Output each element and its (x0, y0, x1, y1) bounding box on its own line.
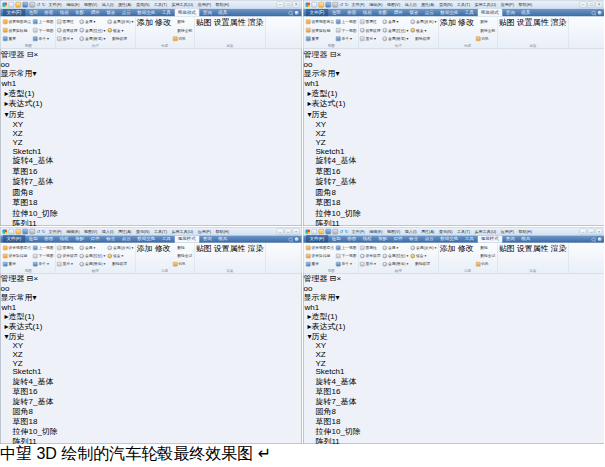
painted-metal-button[interactable]: 金属(喷漆) ▾ (383, 37, 409, 42)
tab-data-exchange[interactable]: 数据交换 (134, 9, 158, 17)
file-menu-button[interactable]: 文件(F) (3, 235, 26, 243)
history-filter-dropdown[interactable]: 显示常用▾ (304, 293, 605, 303)
menu-applications[interactable]: 应用(P) (196, 229, 212, 234)
face-attribute-button[interactable]: 面属性 (360, 20, 381, 25)
tree-item-part[interactable]: wh1 (304, 303, 605, 312)
gold-plated-button[interactable]: 镀金 ▾ (410, 254, 436, 258)
single-view-button[interactable]: 单个 ▾ (336, 262, 357, 266)
brushed-metal-button[interactable]: 金属(拉丝) ▾ (383, 254, 409, 258)
panel-pin-icon[interactable]: ⊟ (330, 275, 337, 283)
tree-item-folder[interactable]: ▸表达式(1) (304, 99, 605, 110)
tree-item-feature[interactable]: 圆角8 (1, 407, 302, 417)
tab-surface[interactable]: 曲面 (41, 236, 56, 243)
file-menu-button[interactable]: 文件(F) (306, 235, 329, 243)
menu-applications[interactable]: 应用(P) (499, 229, 515, 234)
tree-item-folder[interactable]: ▸造型(1) (1, 88, 302, 99)
menu-inquire[interactable]: 查询(N) (437, 2, 454, 8)
tree-item-sketch[interactable]: 草图18 (1, 417, 302, 427)
tab-assembly[interactable]: 装配 (375, 236, 390, 243)
painted-metal-button[interactable]: 金属(喷漆) ▾ (383, 262, 409, 266)
minimize-button[interactable]: – (277, 1, 284, 8)
tree-item-feature[interactable]: 圆角8 (304, 187, 605, 198)
redo-icon[interactable]: ↻ (345, 2, 349, 7)
display-button[interactable]: 显示 ▾ (57, 37, 78, 42)
render-settings-button[interactable]: 设置属性 (517, 18, 549, 44)
tab-tools[interactable]: 工具 (159, 9, 174, 17)
toggle-light-button[interactable]: 切换 (173, 37, 193, 42)
reflective-metal-button[interactable]: 金属(反光) ▾ (410, 246, 436, 250)
decal-button[interactable]: 贴图 (499, 18, 515, 44)
face-attribute-button[interactable]: 面属性 (360, 246, 381, 250)
tree-item-folder[interactable]: ▸表达式(1) (1, 322, 302, 332)
delete-texture-button[interactable]: 删除纹理 (107, 262, 133, 266)
reset-view-button[interactable]: 重置 (306, 262, 334, 266)
add-light-button[interactable]: 添加 (440, 244, 456, 268)
tab-data-exchange[interactable]: 数据交换 (437, 236, 461, 243)
display-button[interactable]: 显示 ▾ (57, 262, 78, 266)
delete-all-lights-button[interactable]: 删除全部 (476, 254, 496, 258)
redo-icon[interactable]: ↻ (42, 2, 46, 7)
tree-item-history-folder[interactable]: ▾历史 (304, 109, 605, 120)
tree-item-sketch[interactable]: 草图16 (1, 166, 302, 177)
open-file-icon[interactable] (319, 2, 325, 8)
tab-pointcloud[interactable]: 点云 (422, 236, 437, 243)
tree-item-part[interactable]: wh1 (1, 79, 302, 88)
tree-item-sketch[interactable]: Sketch1 (1, 368, 302, 377)
menu-inquire[interactable]: 查询(N) (134, 2, 151, 8)
tree-item-plane[interactable]: XY (1, 342, 302, 351)
tab-data-exchange[interactable]: 数据交换 (134, 236, 158, 243)
tree-item-folder[interactable]: ▸表达式(1) (304, 322, 605, 332)
tab-mold[interactable]: 模具 (215, 236, 230, 243)
tab-inquire[interactable]: 查询 (503, 9, 518, 17)
search-icon[interactable] (592, 11, 596, 15)
previous-view-button[interactable]: 上一视图 (336, 20, 357, 25)
print-icon[interactable] (333, 229, 339, 234)
single-view-button[interactable]: 单个 ▾ (33, 37, 54, 42)
undo-icon[interactable]: ↺ (37, 229, 41, 233)
menu-utilities[interactable]: 实用工具(U) (170, 229, 195, 234)
set-texture-button[interactable]: 设置纹理 (57, 28, 78, 33)
save-icon[interactable] (23, 229, 29, 234)
tab-shape[interactable]: 造型 (329, 236, 344, 243)
menu-inquire[interactable]: 查询(N) (437, 229, 454, 234)
menu-file[interactable]: 文件(F) (47, 229, 63, 234)
tab-pointcloud[interactable]: 点云 (422, 9, 437, 17)
toggle-light-button[interactable]: 切换 (476, 37, 496, 42)
tree-item-pattern[interactable]: 阵列11 (304, 219, 605, 227)
tree-item-feature[interactable]: 旋转4_基体 (304, 156, 605, 167)
previous-view-button[interactable]: 上一视图 (33, 20, 54, 25)
brushed-metal-button[interactable]: 金属(拉丝) ▾ (80, 254, 106, 258)
tree-item-feature[interactable]: 旋转4_基体 (1, 376, 302, 386)
tab-visual-style[interactable]: 视觉样式 (477, 9, 502, 17)
tab-sheetmetal[interactable]: 钣金 (406, 9, 421, 17)
set-rotation-axis-button[interactable]: 设置旋转轴 (306, 254, 334, 258)
menu-tools[interactable]: 工具(T) (456, 229, 472, 234)
undo-icon[interactable]: ↺ (340, 2, 344, 7)
tree-item-folder[interactable]: ▸造型(1) (304, 88, 605, 99)
menu-view[interactable]: 视图(V) (82, 2, 98, 8)
decal-button[interactable]: 贴图 (499, 244, 515, 268)
reflective-metal-button[interactable]: 金属(反光) ▾ (107, 20, 133, 25)
single-view-button[interactable]: 单个 ▾ (336, 37, 357, 42)
tree-item-feature[interactable]: 旋转7_基体 (304, 177, 605, 188)
tree-item-folder[interactable]: ▸造型(1) (304, 311, 605, 321)
tree-item-sketch[interactable]: Sketch1 (304, 147, 605, 156)
metal-texture-button[interactable]: 金属 ▾ (383, 246, 409, 250)
menu-view[interactable]: 视图(V) (385, 2, 401, 8)
tab-weldment[interactable]: 焊件 (88, 9, 103, 17)
render-settings-button[interactable]: 设置属性 (214, 18, 246, 44)
history-filter-dropdown[interactable]: 显示常用▾ (304, 69, 605, 80)
tree-item-plane[interactable]: YZ (304, 138, 605, 147)
menu-help[interactable]: 帮助(H) (517, 229, 534, 234)
tab-weldment[interactable]: 焊件 (88, 236, 103, 243)
tab-mold[interactable]: 模具 (518, 9, 533, 17)
tab-sheetmetal[interactable]: 钣金 (406, 236, 421, 243)
tree-item-history-folder[interactable]: ▾历史 (1, 332, 302, 342)
tab-surface[interactable]: 曲面 (344, 9, 359, 17)
tab-assembly[interactable]: 装配 (375, 9, 390, 17)
tab-tools[interactable]: 工具 (462, 236, 477, 243)
single-view-button[interactable]: 单个 ▾ (33, 262, 54, 266)
tree-item-feature[interactable]: 旋转4_基体 (304, 376, 605, 386)
tree-item-plane[interactable]: XZ (304, 129, 605, 138)
tree-item-part[interactable]: wh1 (304, 79, 605, 88)
